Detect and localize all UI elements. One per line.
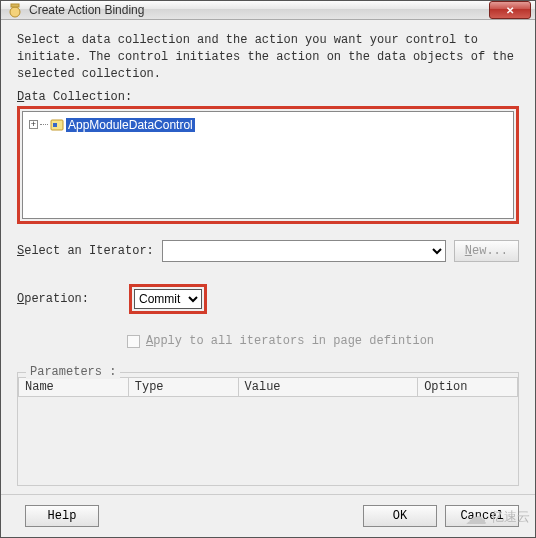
iterator-label: Select an Iterator: xyxy=(17,244,154,258)
operation-row: Operation: Commit xyxy=(17,284,519,314)
apply-all-label: Apply to all iterators in page defintion xyxy=(146,334,434,348)
app-icon xyxy=(7,2,23,18)
svg-rect-3 xyxy=(53,123,57,127)
dialog-footer: Help OK Cancel xyxy=(1,494,535,537)
operation-highlight: Commit xyxy=(129,284,207,314)
col-type: Type xyxy=(128,378,238,397)
svg-rect-1 xyxy=(11,4,19,7)
col-value: Value xyxy=(238,378,418,397)
titlebar: Create Action Binding ✕ xyxy=(1,1,535,20)
cancel-button[interactable]: Cancel xyxy=(445,505,519,527)
expand-icon[interactable]: + xyxy=(29,120,38,129)
tree-root-label: AppModuleDataControl xyxy=(66,118,195,132)
data-collection-highlight: + AppModuleDataControl xyxy=(17,106,519,224)
close-button[interactable]: ✕ xyxy=(489,1,531,19)
parameters-body xyxy=(18,397,518,485)
close-icon: ✕ xyxy=(506,5,514,16)
svg-point-0 xyxy=(10,7,20,17)
new-iterator-button[interactable]: New... xyxy=(454,240,519,262)
iterator-row: Select an Iterator: New... xyxy=(17,240,519,262)
dialog-window: Create Action Binding ✕ Select a data co… xyxy=(0,0,536,538)
tree-root-node[interactable]: + AppModuleDataControl xyxy=(29,117,195,133)
apply-all-row: Apply to all iterators in page defintion xyxy=(127,334,519,348)
data-collection-tree[interactable]: + AppModuleDataControl xyxy=(22,111,514,219)
operation-label: Operation: xyxy=(17,292,117,306)
table-header-row: Name Type Value Option xyxy=(19,378,518,397)
parameters-table: Name Type Value Option xyxy=(18,377,518,397)
tree-connector xyxy=(40,124,48,125)
data-collection-label: Data Collection: xyxy=(17,90,519,104)
ok-button[interactable]: OK xyxy=(363,505,437,527)
dialog-content: Select a data collection and the action … xyxy=(1,20,535,494)
intro-text: Select a data collection and the action … xyxy=(17,32,519,82)
datacontrol-icon xyxy=(50,118,64,132)
apply-all-checkbox xyxy=(127,335,140,348)
col-option: Option xyxy=(418,378,518,397)
window-title: Create Action Binding xyxy=(29,3,489,17)
parameters-legend: Parameters : xyxy=(26,365,120,379)
parameters-group: Parameters : Name Type Value Option xyxy=(17,372,519,486)
col-name: Name xyxy=(19,378,129,397)
operation-select[interactable]: Commit xyxy=(134,289,202,309)
help-button[interactable]: Help xyxy=(25,505,99,527)
iterator-select[interactable] xyxy=(162,240,446,262)
